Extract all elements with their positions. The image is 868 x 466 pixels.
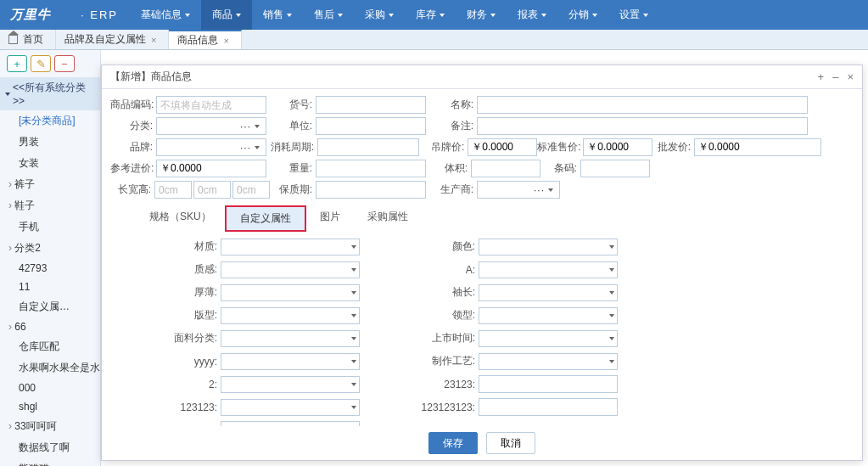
weight-input[interactable] [316, 160, 426, 177]
attr-label: 制作工艺: [394, 354, 479, 368]
attr-label: 面料分类: [136, 331, 221, 345]
caret-down-icon [490, 14, 496, 17]
top-nav: 万里牛 · ERP 基础信息商品销售售后采购库存财务报表分销设置 [0, 0, 868, 30]
delete-button[interactable]: − [54, 55, 75, 72]
tree-node[interactable]: 11 [0, 278, 100, 296]
attr-select[interactable] [221, 399, 360, 416]
tree-node[interactable]: 裤子 [0, 174, 100, 195]
nav-item[interactable]: 商品 [201, 0, 252, 30]
save-button[interactable]: 保存 [428, 432, 478, 454]
tab[interactable]: 品牌及自定义属性× [56, 30, 169, 49]
tree-node[interactable]: 42793 [0, 259, 100, 278]
attr-select[interactable] [221, 376, 360, 393]
nav-item-label: 财务 [467, 8, 487, 22]
tree-node[interactable]: 手机 [0, 216, 100, 238]
attr-row: 2: [136, 374, 360, 394]
subtab[interactable]: 自定义属性 [225, 205, 306, 232]
tree-node[interactable]: 000 [0, 379, 100, 397]
unit-input[interactable] [316, 117, 426, 135]
subtab[interactable]: 规格（SKU） [136, 205, 225, 232]
attr-input[interactable] [479, 398, 618, 416]
brand-combo[interactable]: ··· [156, 138, 266, 156]
tree-node[interactable]: 男装 [0, 132, 100, 153]
tab[interactable]: 商品信息× [169, 30, 241, 49]
caret-down-icon [351, 360, 356, 363]
remark-input[interactable] [477, 117, 808, 135]
tree-node[interactable]: 66 [0, 317, 100, 336]
producer-combo[interactable]: ··· [477, 181, 560, 199]
cancel-button[interactable]: 取消 [486, 432, 535, 454]
add-button[interactable]: + [7, 55, 27, 72]
tree-node[interactable]: 33呵呵呵 [0, 416, 100, 437]
close-icon[interactable]: × [847, 70, 854, 83]
caret-down-icon [255, 125, 260, 128]
subtab[interactable]: 图片 [306, 205, 354, 232]
lbl-sku: 货号: [270, 98, 316, 112]
attr-row: 材质: [136, 237, 360, 256]
whole-price-input[interactable] [694, 138, 821, 156]
nav-item[interactable]: 设置 [608, 0, 659, 30]
lbl-cycle: 消耗周期: [270, 140, 317, 154]
attr-select[interactable] [221, 284, 360, 301]
tree-root[interactable]: <<所有系统分类>> [0, 77, 100, 110]
attr-select[interactable] [479, 307, 618, 324]
std-price-input[interactable] [583, 138, 652, 156]
dim-h-input[interactable] [232, 181, 270, 199]
sku-input[interactable] [316, 96, 426, 114]
nav-item[interactable]: 售后 [303, 0, 354, 30]
cycle-input[interactable] [317, 138, 419, 156]
tree-node[interactable]: 水果啊水果全是水果 [0, 357, 100, 379]
tree-node[interactable]: 熊猫猫 [0, 458, 100, 466]
tree-node[interactable]: 分类2 [0, 238, 100, 259]
dim-l-input[interactable] [154, 181, 192, 199]
nav-item[interactable]: 分销 [557, 0, 608, 30]
lbl-dim: 长宽高: [110, 182, 154, 197]
attr-select[interactable] [479, 284, 618, 301]
nav-item[interactable]: 销售 [252, 0, 303, 30]
tree-node[interactable]: 女装 [0, 153, 100, 174]
attr-input[interactable] [479, 375, 618, 393]
dim-w-input[interactable] [193, 181, 231, 199]
tag-price-input[interactable] [468, 138, 537, 156]
attr-select[interactable] [221, 307, 360, 324]
category-combo[interactable]: ··· [156, 117, 266, 135]
product-code-input[interactable] [156, 96, 266, 114]
caret-down-icon [351, 314, 356, 317]
tree-node[interactable]: [未分类商品] [0, 110, 100, 132]
volume-input[interactable] [471, 160, 540, 177]
tree-node[interactable]: 数据线了啊 [0, 437, 100, 458]
tab-close-icon[interactable]: × [151, 35, 156, 45]
attr-select[interactable] [479, 239, 618, 255]
tab-close-icon[interactable]: × [223, 36, 228, 46]
attr-select[interactable] [221, 261, 360, 278]
attr-row: 领型: [394, 306, 618, 325]
attr-select[interactable] [479, 261, 618, 278]
attr-select[interactable] [479, 330, 618, 347]
shelf-input[interactable] [316, 181, 426, 199]
tab-home[interactable]: 首页 [0, 30, 56, 49]
attr-select[interactable] [221, 330, 360, 347]
caret-down-icon [609, 337, 614, 340]
plus-icon[interactable]: + [818, 70, 825, 83]
nav-item[interactable]: 基础信息 [130, 0, 201, 30]
subtab[interactable]: 采购属性 [354, 205, 422, 232]
nav-item[interactable]: 报表 [507, 0, 557, 30]
tree-node[interactable]: 仓库匹配 [0, 336, 100, 357]
minimize-icon[interactable]: – [832, 70, 838, 83]
attr-label: 版型: [136, 308, 221, 323]
ref-cost-input[interactable] [156, 160, 266, 177]
lbl-unit: 单位: [270, 119, 316, 133]
barcode-input[interactable] [580, 160, 650, 177]
edit-button[interactable]: ✎ [31, 55, 51, 72]
nav-item[interactable]: 财务 [456, 0, 507, 30]
nav-item[interactable]: 库存 [405, 0, 456, 30]
tree-node[interactable]: shgl [0, 397, 100, 416]
tree-node[interactable]: 自定义属… [0, 296, 100, 317]
attr-select[interactable] [221, 353, 360, 370]
attr-select[interactable] [221, 239, 360, 255]
nav-item[interactable]: 采购 [354, 0, 405, 30]
name-input[interactable] [477, 96, 808, 114]
caret-down-icon [351, 291, 356, 295]
tree-node[interactable]: 鞋子 [0, 195, 100, 216]
attr-select[interactable] [479, 353, 618, 370]
